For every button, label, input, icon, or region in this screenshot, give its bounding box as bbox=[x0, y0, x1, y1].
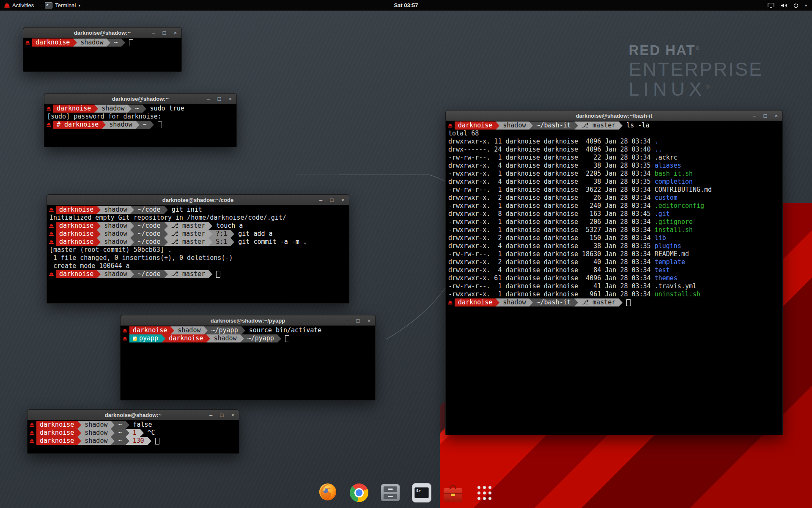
prompt-segment-git: ⎇ master bbox=[168, 238, 209, 246]
file-name: . bbox=[655, 138, 658, 146]
dock-item-chrome[interactable] bbox=[347, 481, 371, 505]
terminal-viewport[interactable]: darknoiseshadow~ bbox=[23, 38, 181, 72]
dock: $> bbox=[316, 481, 496, 505]
activities-button[interactable]: Activities bbox=[4, 0, 34, 11]
file-name: .. bbox=[655, 146, 662, 154]
close-button[interactable]: × bbox=[230, 412, 236, 418]
prompt-segment-host: shadow bbox=[499, 298, 529, 306]
terminal-viewport[interactable]: darknoiseshadow~sudo true[sudo] password… bbox=[44, 104, 236, 147]
close-button[interactable]: × bbox=[366, 318, 372, 323]
minimize-button[interactable]: – bbox=[208, 412, 214, 418]
prompt-segment-user: darknoise bbox=[455, 121, 496, 130]
output-line: drwxrwxr-x. 8 darknoise darknoise 163 Ja… bbox=[446, 210, 782, 218]
close-button[interactable]: × bbox=[173, 30, 178, 36]
prompt-segment-host: shadow bbox=[101, 238, 130, 246]
window-titlebar[interactable]: darknoise@shadow:~/pyapp–□× bbox=[121, 315, 375, 326]
ls-columns: drwxrwxr-x. 4 darknoise darknoise 84 Jan… bbox=[448, 266, 655, 274]
prompt-segment-host: shadow bbox=[81, 437, 111, 445]
maximize-button[interactable]: □ bbox=[329, 197, 335, 203]
redhat-icon bbox=[49, 208, 54, 212]
maximize-button[interactable]: □ bbox=[763, 113, 768, 119]
dock-item-app-grid[interactable] bbox=[472, 481, 496, 505]
redhat-icon bbox=[49, 272, 54, 276]
app-menu-terminal[interactable]: Terminal ▾ bbox=[45, 0, 80, 11]
window-titlebar[interactable]: darknoise@shadow:~–□× bbox=[44, 94, 236, 104]
system-status-area[interactable]: ▾ bbox=[768, 3, 812, 8]
maximize-button[interactable]: □ bbox=[355, 318, 361, 323]
segment-arrow-icon bbox=[241, 326, 245, 334]
terminal-viewport[interactable]: darknoiseshadow~/codegit initInitialized… bbox=[47, 205, 349, 303]
terminal-viewport[interactable]: darknoiseshadow~/pyappsource bin/activat… bbox=[121, 326, 375, 400]
output-line: -rw-rw-r--. 1 darknoise darknoise 22 Jan… bbox=[446, 154, 782, 162]
output-line: -rwxrwxr-x. 1 darknoise darknoise 5327 J… bbox=[446, 226, 782, 234]
segment-arrow-icon bbox=[136, 121, 140, 129]
minimize-button[interactable]: – bbox=[151, 30, 156, 36]
dock-item-files[interactable] bbox=[379, 481, 402, 505]
file-name: lib bbox=[655, 234, 666, 242]
prompt-segment-git: ⎇ master bbox=[168, 230, 209, 238]
ls-columns: -rw-rw-r--. 1 darknoise darknoise 3622 J… bbox=[448, 186, 655, 194]
terminal-window-5: darknoise@shadow:~–□×darknoiseshadow~fal… bbox=[27, 409, 239, 454]
minimize-button[interactable]: – bbox=[752, 113, 757, 119]
file-name: bash_it.sh bbox=[655, 170, 693, 178]
segment-arrow-icon bbox=[496, 121, 499, 130]
command-text: source bin/activate bbox=[249, 326, 322, 334]
ls-columns: drwx------. 24 darknoise darknoise 4096 … bbox=[448, 146, 655, 154]
close-button[interactable]: × bbox=[228, 96, 233, 102]
window-title: darknoise@shadow:~ bbox=[105, 412, 162, 418]
window-titlebar[interactable]: darknoise@shadow:~–□× bbox=[23, 28, 181, 38]
maximize-button[interactable]: □ bbox=[219, 412, 225, 418]
window-titlebar[interactable]: darknoise@shadow:~/bash-it–□× bbox=[446, 110, 782, 121]
minimize-button[interactable]: – bbox=[206, 96, 211, 102]
clock[interactable]: Sat 03:57 bbox=[394, 2, 418, 8]
prompt-segment-gitstat: S:1 bbox=[212, 238, 230, 246]
prompt-segment-host: shadow bbox=[174, 326, 204, 334]
redhat-icon bbox=[47, 107, 51, 110]
prompt-segment-host: shadow bbox=[81, 421, 111, 429]
text-cursor bbox=[216, 271, 220, 278]
segment-arrow-icon bbox=[277, 334, 281, 342]
maximize-button[interactable]: □ bbox=[217, 96, 222, 102]
minimize-button[interactable]: – bbox=[318, 197, 324, 203]
ls-columns: -rw-rw-r--. 1 darknoise darknoise 41 Jan… bbox=[448, 282, 655, 290]
segment-arrow-icon bbox=[240, 334, 244, 342]
dock-item-toolbox[interactable] bbox=[441, 481, 465, 505]
ls-columns: drwxrwxr-x. 2 darknoise darknoise 150 Ja… bbox=[448, 234, 655, 242]
minimize-button[interactable]: – bbox=[344, 318, 350, 323]
ls-columns: drwxrwxr-x. 4 darknoise darknoise 38 Jan… bbox=[448, 178, 655, 186]
segment-arrow-icon bbox=[529, 121, 533, 130]
terminal-icon: $> bbox=[412, 483, 431, 502]
prompt-segment-git: ⎇ master bbox=[578, 121, 619, 130]
command-text: ls -la bbox=[626, 121, 649, 130]
ls-columns: -rw-rw-r--. 1 darknoise darknoise 22 Jan… bbox=[448, 154, 655, 162]
close-button[interactable]: × bbox=[340, 197, 346, 203]
segment-arrow-icon bbox=[77, 437, 81, 445]
output-line: drwxrwxr-x. 2 darknoise darknoise 40 Jan… bbox=[446, 258, 782, 266]
close-button[interactable]: × bbox=[774, 113, 779, 119]
window-titlebar[interactable]: darknoise@shadow:~/code–□× bbox=[47, 195, 349, 205]
dock-item-firefox[interactable] bbox=[316, 481, 340, 505]
segment-arrow-icon bbox=[111, 437, 115, 445]
redhat-icon bbox=[25, 41, 30, 44]
window-buttons: –□× bbox=[344, 315, 372, 326]
terminal-viewport[interactable]: darknoiseshadow~/bash-it⎇ masterls -lato… bbox=[446, 121, 782, 435]
dock-item-terminal[interactable]: $> bbox=[410, 481, 433, 505]
window-title: darknoise@shadow:~/pyapp bbox=[211, 318, 285, 324]
prompt-line: darknoiseshadow~/pyappsource bin/activat… bbox=[121, 326, 375, 334]
segment-arrow-icon bbox=[130, 270, 134, 278]
maximize-button[interactable]: □ bbox=[162, 30, 167, 36]
prompt-segment-user: darknoise bbox=[32, 39, 73, 47]
segment-arrow-icon bbox=[208, 222, 212, 230]
prompt-line: darknoiseshadow~/code⎇ master?:1git add … bbox=[47, 230, 349, 238]
segment-arrow-icon bbox=[574, 298, 578, 306]
command-text: false bbox=[133, 421, 152, 429]
output-line: drwxrwxr-x. 2 darknoise darknoise 150 Ja… bbox=[446, 234, 782, 242]
window-titlebar[interactable]: darknoise@shadow:~–□× bbox=[27, 410, 239, 420]
segment-arrow-icon bbox=[164, 238, 168, 246]
prompt-line: darknoiseshadow~/codegit init bbox=[47, 206, 349, 214]
prompt-segment-exit: 130 bbox=[129, 437, 148, 445]
file-name: .gitignore bbox=[655, 218, 693, 226]
toolbox-icon bbox=[444, 484, 462, 502]
prompt-segment-user: darknoise bbox=[56, 222, 97, 230]
terminal-viewport[interactable]: darknoiseshadow~falsedarknoiseshadow~1^C… bbox=[27, 420, 239, 453]
